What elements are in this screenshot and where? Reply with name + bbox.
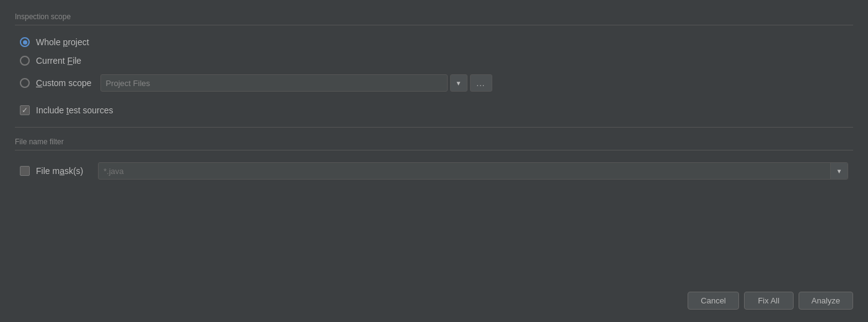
- file-mask-input[interactable]: [99, 167, 830, 176]
- bottom-actions: Cancel Fix All Analyze: [15, 282, 853, 310]
- include-test-sources-checkbox[interactable]: [20, 105, 30, 115]
- file-name-filter-section: File name filter File mask(s) ▼: [15, 137, 853, 184]
- radio-current-file-indicator[interactable]: [20, 56, 30, 66]
- custom-scope-dropdown-text: Project Files: [106, 79, 442, 88]
- inspection-scope-header: Inspection scope: [15, 12, 853, 25]
- custom-scope-dropdown-wrapper: Project Files ▼ ...: [100, 74, 492, 92]
- inspection-scope-section: Inspection scope Whole project Current F…: [15, 12, 853, 120]
- analyze-button[interactable]: Analyze: [799, 292, 853, 310]
- custom-scope-dropdown-arrow-btn[interactable]: ▼: [450, 74, 467, 92]
- radio-current-file-label: Current File: [36, 56, 81, 66]
- chevron-down-icon: ▼: [836, 168, 843, 175]
- radio-custom-scope-indicator[interactable]: [20, 78, 30, 88]
- file-mask-checkbox[interactable]: [20, 166, 30, 176]
- custom-scope-dropdown[interactable]: Project Files: [100, 74, 448, 92]
- file-mask-row: File mask(s) ▼: [15, 158, 853, 184]
- fix-all-button[interactable]: Fix All: [744, 292, 794, 310]
- cancel-button[interactable]: Cancel: [688, 292, 738, 310]
- radio-whole-project-indicator[interactable]: [20, 37, 30, 47]
- radio-custom-scope-row: Custom scope Project Files ▼ ...: [15, 70, 853, 96]
- custom-scope-dots-button[interactable]: ...: [470, 74, 492, 92]
- file-name-filter-header: File name filter: [15, 137, 853, 150]
- file-mask-input-wrapper: ▼: [98, 162, 848, 180]
- file-mask-dropdown-arrow-btn[interactable]: ▼: [830, 162, 848, 180]
- radio-custom-scope-label[interactable]: Custom scope: [36, 78, 92, 88]
- radio-current-file[interactable]: Current File: [15, 51, 853, 70]
- radio-whole-project-label: Whole project: [36, 37, 89, 47]
- include-test-sources-row[interactable]: Include test sources: [15, 101, 853, 120]
- radio-whole-project[interactable]: Whole project: [15, 33, 853, 51]
- section-divider: [15, 127, 853, 128]
- radio-group: Whole project Current File Custom scope …: [15, 33, 853, 96]
- include-test-sources-label: Include test sources: [36, 105, 113, 115]
- chevron-down-icon: ▼: [456, 80, 462, 87]
- file-mask-label: File mask(s): [36, 166, 92, 176]
